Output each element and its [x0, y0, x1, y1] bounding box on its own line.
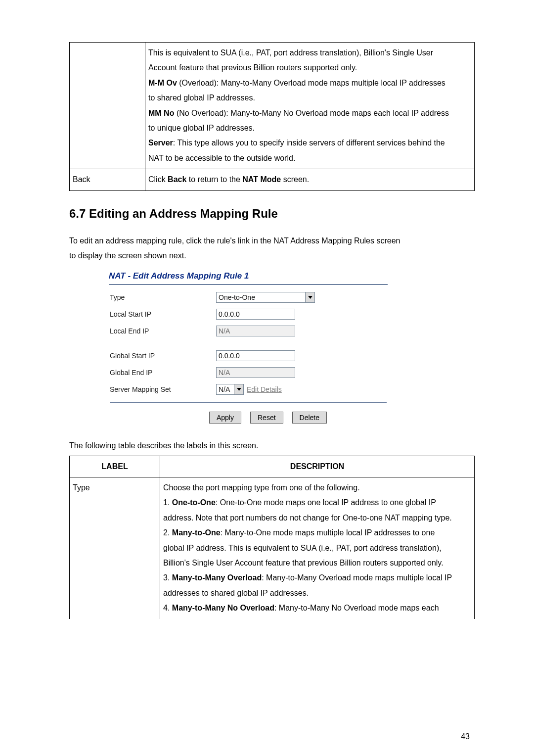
local-start-ip-input[interactable]: [216, 309, 295, 320]
top-table-desc-cell: This is equivalent to SUA (i.e., PAT, po…: [145, 43, 475, 169]
labels-table-header-desc: DESCRIPTION: [160, 456, 475, 477]
section-heading: 6.7 Editing an Address Mapping Rule: [69, 207, 475, 221]
reset-button[interactable]: Reset: [250, 412, 283, 424]
local-start-ip-label: Local Start IP: [110, 310, 216, 318]
edit-details-link[interactable]: Edit Details: [247, 385, 282, 393]
labels-table-row-desc: Choose the port mapping type from one of…: [160, 477, 475, 619]
local-end-ip-label: Local End IP: [110, 327, 216, 335]
chevron-down-icon: [234, 384, 243, 394]
global-end-ip-label: Global End IP: [110, 369, 216, 377]
top-table-back-desc: Click Back to return to the NAT Mode scr…: [145, 169, 475, 190]
table-caption: The following table describes the labels…: [69, 438, 475, 453]
top-table: This is equivalent to SUA (i.e., PAT, po…: [69, 42, 475, 191]
intro-paragraph: To edit an address mapping rule, click t…: [69, 234, 475, 264]
svg-marker-0: [308, 296, 312, 299]
delete-button[interactable]: Delete: [292, 412, 327, 424]
page-number: 43: [461, 732, 470, 741]
global-end-ip-input[interactable]: [216, 367, 295, 378]
chevron-down-icon: [305, 292, 314, 302]
labels-table-header-label: LABEL: [70, 456, 160, 477]
apply-button[interactable]: Apply: [209, 412, 241, 424]
global-start-ip-input[interactable]: [216, 350, 295, 361]
server-mapping-set-select[interactable]: N/A: [216, 384, 244, 395]
server-mapping-set-label: Server Mapping Set: [110, 385, 216, 393]
labels-table-row-label: Type: [70, 477, 160, 619]
form-title: NAT - Edit Address Mapping Rule 1: [109, 271, 475, 281]
labels-table: LABEL DESCRIPTION Type Choose the port m…: [69, 456, 475, 619]
type-label: Type: [110, 293, 216, 301]
type-select[interactable]: One-to-One: [216, 292, 315, 303]
top-table-back-label: Back: [70, 169, 145, 190]
svg-marker-1: [237, 388, 241, 391]
global-start-ip-label: Global Start IP: [110, 352, 216, 360]
edit-rule-screenshot: NAT - Edit Address Mapping Rule 1 Type O…: [109, 271, 475, 424]
local-end-ip-input[interactable]: [216, 326, 295, 336]
